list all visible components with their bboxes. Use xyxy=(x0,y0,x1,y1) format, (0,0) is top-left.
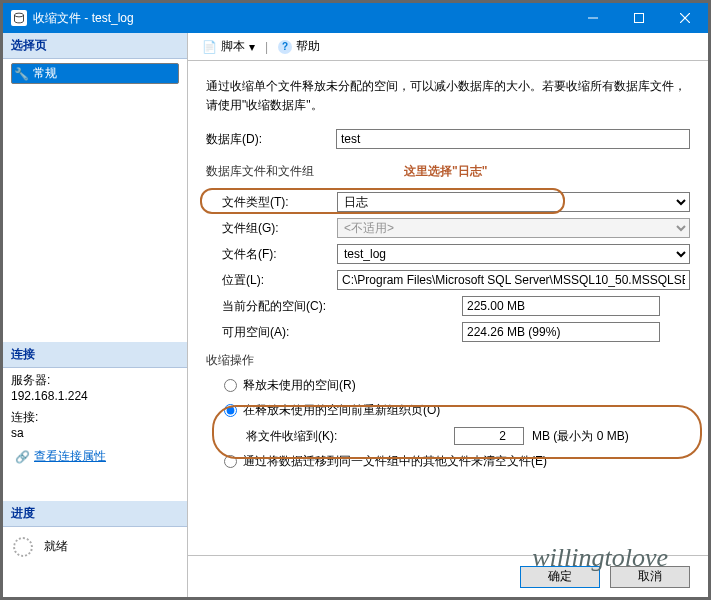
main-panel: 📄 脚本 ▾ | ? 帮助 通过收缩单个文件释放未分配的空间，可以减小数据库的大… xyxy=(188,33,708,597)
dialog-footer: willingtolove 确定 取消 xyxy=(188,555,708,597)
cancel-button[interactable]: 取消 xyxy=(610,566,690,588)
radio-reorganize[interactable]: 在释放未使用的空间前重新组织页(O) xyxy=(224,402,690,419)
sidebar-header-connection: 连接 xyxy=(3,342,187,368)
connection-value: sa xyxy=(11,426,179,440)
titlebar: 收缩文件 - test_log xyxy=(3,3,708,33)
radio-empty-file[interactable]: 通过将数据迁移到同一文件组中的其他文件来清空文件(E) xyxy=(224,453,690,470)
sidebar-header-progress: 进度 xyxy=(3,501,187,527)
description-text: 通过收缩单个文件释放未分配的空间，可以减小数据库的大小。若要收缩所有数据库文件，… xyxy=(206,77,690,115)
toolbar: 📄 脚本 ▾ | ? 帮助 xyxy=(188,33,708,61)
radio-release-unused[interactable]: 释放未使用的空间(R) xyxy=(224,377,690,394)
close-button[interactable] xyxy=(662,3,708,33)
connection-label: 连接: xyxy=(11,409,179,426)
location-field[interactable] xyxy=(337,270,690,290)
shrinkto-spinner[interactable] xyxy=(454,427,524,445)
window-title: 收缩文件 - test_log xyxy=(33,10,570,27)
shrinkto-suffix: MB (最小为 0 MB) xyxy=(532,428,629,445)
shrink-action-header: 收缩操作 xyxy=(206,352,690,369)
minimize-button[interactable] xyxy=(570,3,616,33)
ok-button[interactable]: 确定 xyxy=(520,566,600,588)
sidebar-header-select: 选择页 xyxy=(3,33,187,59)
view-props-link[interactable]: 查看连接属性 xyxy=(34,448,106,465)
help-button[interactable]: ? 帮助 xyxy=(272,36,326,57)
radio-reorganize-label: 在释放未使用的空间前重新组织页(O) xyxy=(243,402,440,419)
svg-rect-2 xyxy=(635,14,644,23)
database-field[interactable] xyxy=(336,129,690,149)
progress-status: 就绪 xyxy=(44,539,68,553)
help-icon: ? xyxy=(278,40,292,54)
filename-select[interactable]: test_log xyxy=(337,244,690,264)
progress-spinner-icon xyxy=(13,537,33,557)
svg-point-0 xyxy=(15,13,24,17)
sidebar-item-general[interactable]: 🔧 常规 xyxy=(11,63,179,84)
filetype-label: 文件类型(T): xyxy=(222,194,337,211)
files-header: 数据库文件和文件组 xyxy=(206,163,314,180)
allocated-value: 225.00 MB xyxy=(462,296,660,316)
chevron-down-icon: ▾ xyxy=(249,40,255,54)
filegroup-label: 文件组(G): xyxy=(222,220,337,237)
allocated-label: 当前分配的空间(C): xyxy=(222,298,462,315)
database-icon xyxy=(11,10,27,26)
server-value: 192.168.1.224 xyxy=(11,389,179,403)
toolbar-separator: | xyxy=(265,40,268,54)
wrench-icon: 🔧 xyxy=(14,67,29,81)
location-label: 位置(L): xyxy=(222,272,337,289)
radio-release-unused-label: 释放未使用的空间(R) xyxy=(243,377,356,394)
view-connection-properties[interactable]: 🔗 查看连接属性 xyxy=(11,446,179,467)
annotation-filetype: 这里选择"日志" xyxy=(404,163,487,180)
filename-label: 文件名(F): xyxy=(222,246,337,263)
available-value: 224.26 MB (99%) xyxy=(462,322,660,342)
dialog-window: 收缩文件 - test_log 选择页 🔧 常规 连接 服务器: 192.168… xyxy=(0,0,711,600)
filegroup-select: <不适用> xyxy=(337,218,690,238)
radio-empty-file-label: 通过将数据迁移到同一文件组中的其他文件来清空文件(E) xyxy=(243,453,547,470)
script-button[interactable]: 📄 脚本 ▾ xyxy=(196,36,261,57)
link-icon: 🔗 xyxy=(15,450,30,464)
radio-empty-file-input[interactable] xyxy=(224,455,237,468)
database-label: 数据库(D): xyxy=(206,131,336,148)
sidebar: 选择页 🔧 常规 连接 服务器: 192.168.1.224 连接: sa 🔗 … xyxy=(3,33,188,597)
radio-reorganize-input[interactable] xyxy=(224,404,237,417)
server-label: 服务器: xyxy=(11,372,179,389)
script-icon: 📄 xyxy=(202,40,217,54)
radio-release-unused-input[interactable] xyxy=(224,379,237,392)
maximize-button[interactable] xyxy=(616,3,662,33)
shrinkto-label: 将文件收缩到(K): xyxy=(246,428,446,445)
filetype-select[interactable]: 日志 xyxy=(337,192,690,212)
available-label: 可用空间(A): xyxy=(222,324,462,341)
sidebar-item-label: 常规 xyxy=(33,65,57,82)
content-area: 通过收缩单个文件释放未分配的空间，可以减小数据库的大小。若要收缩所有数据库文件，… xyxy=(188,61,708,555)
